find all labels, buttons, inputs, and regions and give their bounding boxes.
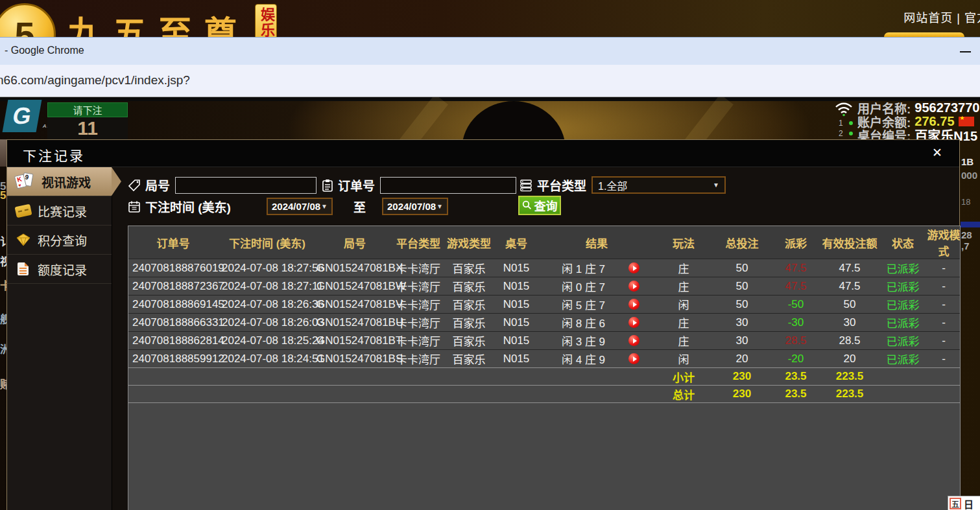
table-row: 240708188862814 2024-07-08 18:25:24 GN01… [128,332,961,350]
table-row: 240708188876019 2024-07-08 18:27:56 GN01… [128,259,961,277]
china-flag-icon [959,117,974,126]
chevron-down-icon: ▼ [713,181,719,189]
ime-mode-icon: 五 [950,498,961,509]
status-badge: 已派彩 [879,277,926,296]
table-row: 240708188866331 2024-07-08 18:26:03 GN01… [128,314,961,332]
window-title: - Google Chrome [5,45,84,56]
bet-prompt: 请下注 [47,102,128,117]
search-button[interactable]: 查询 [518,196,561,215]
status-badge: 已派彩 [879,332,926,350]
order-number-input[interactable] [380,177,516,194]
sidebar-item-points-query[interactable]: 积分查询 [7,226,112,255]
sidebar-item-credit-records[interactable]: 额度记录 [7,255,112,284]
dialog-title: 下注记录 [23,145,85,165]
dialog-content: 局号 订单号 [112,167,959,510]
diamond-icon [16,233,31,246]
ime-indicator[interactable]: 五 日 [948,496,980,510]
to-label: 至 [353,198,366,215]
chrome-urlbar[interactable]: n66.com/agingame/pcv1/index.jsp? [0,65,980,97]
line-number-2: 2 [839,129,843,138]
sidebar-item-match-records[interactable]: 比赛记录 [7,196,112,226]
order-number-label: 订单号 [322,176,375,194]
asia-gaming-logo-icon: G [3,100,42,132]
dialog-header: 下注记录 ✕ [7,140,959,167]
play-video-button[interactable] [628,335,639,346]
chevron-down-icon: ▼ [321,203,328,210]
user-info-panel: 用户名称: 956273770 i 账户余额: 276.75 桌台编号: 百家乐… [857,101,980,142]
sidebar-item-label: 视讯游戏 [42,173,91,191]
chevron-down-icon: ▼ [436,203,443,210]
table-row: 240708188859912 2024-07-08 18:24:51 GN01… [128,350,961,368]
sidebar-item-label: 比赛记录 [38,202,87,220]
background-right-fragments: 1B 000 18 28 ,7 [961,139,980,510]
playing-cards-icon: 9 K♥ [16,173,35,190]
status-badge: 已派彩 [879,314,926,332]
play-video-button[interactable] [628,281,639,292]
play-video-button[interactable] [628,299,639,310]
platform-type-label: 平台类型 [520,176,586,194]
bet-timer: 请下注 11 [47,102,128,139]
search-icon [522,200,532,210]
bet-records-dialog: 下注记录 ✕ 9 K♥ 视讯游戏 比赛记录 [6,139,960,510]
sidebar-item-label: 积分查询 [38,231,87,249]
play-video-button[interactable] [628,317,639,328]
tag-icon [128,179,141,192]
username-value: 956273770 [914,100,979,115]
close-icon[interactable]: ✕ [932,145,942,160]
status-badge: 已派彩 [879,259,926,277]
platform-type-select[interactable]: 1.全部 ▼ [592,176,726,194]
play-video-button[interactable] [628,262,639,273]
bet-countdown: 11 [47,117,128,139]
calendar-icon [128,200,141,213]
sidebar-item-label: 额度记录 [38,261,87,278]
site-header: 5 九五至尊 娱乐 网站首页 | 官方 [0,0,980,37]
site-nav-gold-button[interactable] [884,32,964,37]
status-badge: 已派彩 [879,296,926,314]
total-row: 总计 230 23.5 223.5 [128,386,961,403]
date-to-picker[interactable]: 2024/07/08 ▼ [382,198,448,215]
line-number-1: 1 [839,119,843,128]
date-from-picker[interactable]: 2024/07/08 ▼ [267,198,333,215]
chrome-titlebar[interactable]: - Google Chrome [0,37,980,65]
clipboard-icon [322,179,333,192]
site-nav-links[interactable]: 网站首页 | 官方 [903,8,980,25]
ticket-icon [14,203,32,218]
subtotal-row: 小计 230 23.5 223.5 [128,368,961,386]
wifi-icon [834,101,854,117]
sidebar-item-video-games[interactable]: 9 K♥ 视讯游戏 [7,167,112,196]
play-video-button[interactable] [628,353,639,364]
status-badge: 已派彩 [879,350,926,368]
round-number-label: 局号 [128,176,170,194]
platform-list-icon [520,179,532,192]
minimize-button[interactable] [960,51,971,52]
table-row: 240708188869145 2024-07-08 18:26:36 GN01… [128,296,961,314]
table-header-row: 订单号 下注时间 (美东) 局号 平台类型 游戏类型 桌号 结果 玩法 总投注 … [128,226,961,259]
round-number-input[interactable] [175,177,317,194]
dialog-sidebar: 9 K♥ 视讯游戏 比赛记录 积分查询 [7,167,112,510]
url-text[interactable]: n66.com/agingame/pcv1/index.jsp? [0,73,190,87]
bet-time-label: 下注时间 (美东) [128,198,231,215]
table-row: 240708188872367 2024-07-08 18:27:11 GN01… [128,277,961,296]
bet-records-table: 订单号 下注时间 (美东) 局号 平台类型 游戏类型 桌号 结果 玩法 总投注 … [128,226,961,510]
document-icon [18,262,29,275]
